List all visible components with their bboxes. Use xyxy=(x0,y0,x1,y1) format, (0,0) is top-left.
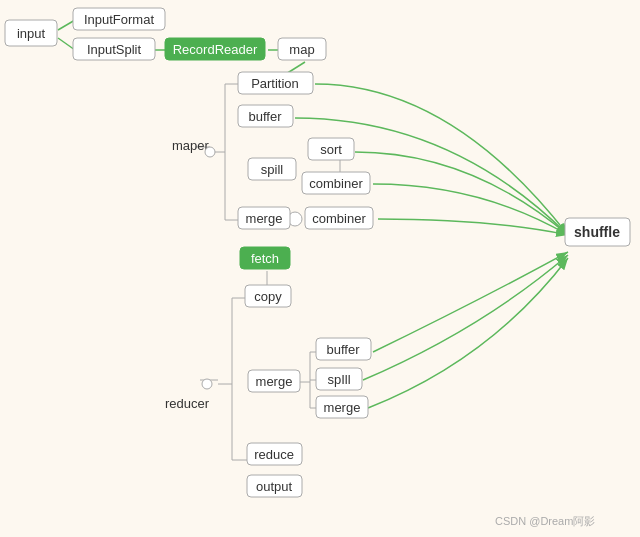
svg-point-29 xyxy=(205,147,215,157)
reducer-label: reducer xyxy=(165,396,210,411)
spill2-label: spIll xyxy=(327,372,350,387)
record-reader-label: RecordReader xyxy=(173,42,258,57)
diagram: input InputFormat InputSplit RecordReade… xyxy=(0,0,640,537)
shuffle-label: shuffle xyxy=(574,224,620,240)
input-split-label: InputSplit xyxy=(87,42,142,57)
input-format-label: InputFormat xyxy=(84,12,154,27)
svg-rect-0 xyxy=(0,0,640,537)
buffer2-label: buffer xyxy=(326,342,360,357)
merge2-label: merge xyxy=(256,374,293,389)
output-label: output xyxy=(256,479,293,494)
input-label: input xyxy=(17,26,46,41)
buffer-maper-label: buffer xyxy=(248,109,282,124)
spill-label: spill xyxy=(261,162,284,177)
map-label: map xyxy=(289,42,314,57)
combiner2-label: combiner xyxy=(312,211,366,226)
maper-label: maper xyxy=(172,138,210,153)
svg-point-30 xyxy=(202,379,212,389)
reduce-label: reduce xyxy=(254,447,294,462)
merge3-label: merge xyxy=(324,400,361,415)
sort-label: sort xyxy=(320,142,342,157)
merge1-label: merge xyxy=(246,211,283,226)
partition-label: Partition xyxy=(251,76,299,91)
watermark: CSDN @Dream阿影 xyxy=(495,515,595,527)
fetch-label: fetch xyxy=(251,251,279,266)
copy-label: copy xyxy=(254,289,282,304)
combiner1-label: combiner xyxy=(309,176,363,191)
